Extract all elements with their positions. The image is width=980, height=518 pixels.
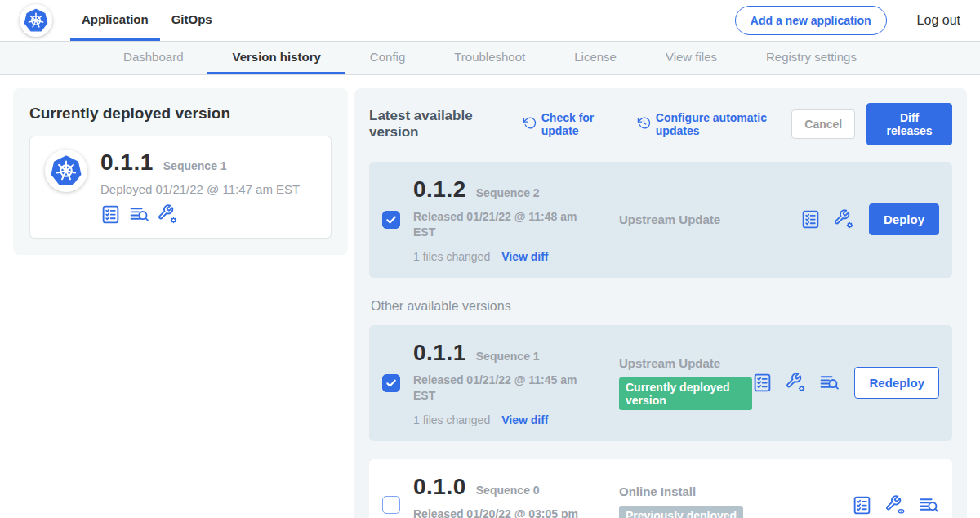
other-versions-title: Other available versions [371,299,952,314]
subnav-tab-version-history[interactable]: Version history [207,42,345,74]
subnav-tab-config[interactable]: Config [345,42,430,74]
config-gear-icon[interactable] [158,204,178,225]
version-type: Online InstallPreviously deployed [619,485,852,518]
version-source: Online Install [619,485,852,498]
version-type: Upstream UpdateCurrently deployed versio… [619,356,752,410]
main-content: Currently deployed version 0.1.1 Sequenc… [0,75,980,518]
deployed-version-card: 0.1.1 Sequence 1 Deployed 01/21/22 @ 11:… [29,136,332,239]
checklist-icon[interactable] [800,209,821,230]
version-number: 0.1.2 [413,176,466,203]
version-card-0.1.0: 0.1.0Sequence 0Released 01/20/22 @ 03:05… [369,459,952,518]
deployed-panel-title: Currently deployed version [29,105,332,123]
released-date: Released 01/20/22 @ 03:05 pm EST [413,507,599,518]
logs-icon[interactable] [919,495,939,516]
top-navigation: ApplicationGitOps Add a new application … [0,0,980,41]
deployed-version-info: 0.1.1 Sequence 1 Deployed 01/21/22 @ 11:… [100,150,300,225]
files-changed: 1 files changed [413,413,490,426]
topnav-tabs: ApplicationGitOps [70,0,224,41]
subnav-tab-registry-settings[interactable]: Registry settings [742,42,881,74]
version-checkbox[interactable] [382,496,400,514]
config-eye-icon[interactable] [885,495,906,516]
version-checkbox[interactable] [382,211,400,229]
version-checkbox[interactable] [382,374,400,392]
config-gear-icon[interactable] [834,209,854,230]
version-number: 0.1.0 [413,474,466,500]
subnav-tab-dashboard[interactable]: Dashboard [99,42,207,74]
sequence-label: Sequence 2 [476,186,540,199]
version-type: Upstream Update [619,212,800,226]
redeploy-button[interactable]: Redeploy [854,367,939,399]
check-for-update-link[interactable]: Check for update [523,111,621,137]
sequence-label: Sequence 1 [476,350,540,363]
sequence-label: Sequence 1 [163,159,227,172]
sequence-label: Sequence 0 [476,484,540,497]
subnav-tab-view-files[interactable]: View files [641,42,742,74]
check-for-update-label: Check for update [541,111,621,137]
status-badge: Currently deployed version [619,377,752,410]
version-source: Upstream Update [619,356,752,370]
version-card-0.1.1: 0.1.1Sequence 1Released 01/21/22 @ 11:45… [369,325,952,441]
checklist-icon[interactable] [100,204,121,225]
version-info: 0.1.1Sequence 1Released 01/21/22 @ 11:45… [413,340,619,426]
topnav-tab-application[interactable]: Application [70,0,160,41]
version-actions: Redeploy [752,367,939,399]
kubernetes-logo-icon [45,150,87,192]
checklist-icon[interactable] [752,373,773,393]
cancel-button[interactable]: Cancel [791,109,855,139]
add-application-button[interactable]: Add a new application [735,6,887,35]
view-diff-link[interactable]: View diff [501,413,548,426]
diff-releases-button[interactable]: Diff releases [866,103,952,145]
deployed-timestamp: Deployed 01/21/22 @ 11:47 am EST [100,182,300,196]
sub-navigation: DashboardVersion historyConfigTroublesho… [0,41,980,75]
status-badge: Previously deployed [619,506,743,518]
version-number: 0.1.1 [413,340,466,366]
view-diff-link[interactable]: View diff [501,250,548,263]
schedule-icon [637,116,651,132]
topnav-tab-gitops[interactable]: GitOps [160,0,224,41]
version-card-0.1.2: 0.1.2Sequence 2Released 01/21/22 @ 11:48… [369,162,952,278]
checklist-icon[interactable] [852,495,872,516]
configure-updates-link[interactable]: Configure automatic updates [637,111,791,137]
latest-available-title: Latest available version [369,108,506,141]
kubernetes-logo-icon [20,4,52,37]
logs-icon[interactable] [819,373,840,393]
currently-deployed-panel: Currently deployed version 0.1.1 Sequenc… [13,88,348,255]
deployed-icon-row [100,204,300,225]
version-number: 0.1.1 [100,150,154,176]
divider [902,0,902,41]
app-logo [20,0,52,41]
version-actions: Deploy [800,203,939,235]
available-versions-panel: Latest available version Check for updat… [354,88,967,518]
logout-button[interactable]: Log out [917,13,960,28]
latest-version-slot: 0.1.2Sequence 2Released 01/21/22 @ 11:48… [369,162,952,278]
topnav-right: Add a new application Log out [735,0,960,41]
config-gear-icon[interactable] [786,373,806,393]
configure-updates-label: Configure automatic updates [656,111,791,137]
subnav-tab-troubleshoot[interactable]: Troubleshoot [430,42,550,74]
other-versions-slot: 0.1.1Sequence 1Released 01/21/22 @ 11:45… [369,325,952,518]
version-actions [852,495,939,516]
subnav-tab-license[interactable]: License [550,42,641,74]
released-date: Released 01/21/22 @ 11:45 am EST [413,373,599,404]
deploy-button[interactable]: Deploy [869,203,939,235]
version-info: 0.1.2Sequence 2Released 01/21/22 @ 11:48… [413,176,619,263]
version-source: Upstream Update [619,212,800,226]
refresh-icon [523,116,537,132]
available-panel-header: Latest available version Check for updat… [369,103,952,145]
files-changed: 1 files changed [413,250,490,263]
logs-icon[interactable] [129,204,149,225]
released-date: Released 01/21/22 @ 11:48 am EST [413,209,599,240]
version-info: 0.1.0Sequence 0Released 01/20/22 @ 03:05… [413,474,619,518]
